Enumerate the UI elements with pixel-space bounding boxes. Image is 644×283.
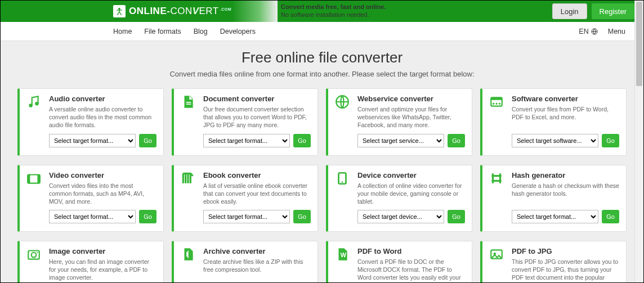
- device-converter-icon: [335, 171, 351, 224]
- svg-line-2: [117, 12, 119, 15]
- card-title: Ebook converter: [203, 171, 311, 179]
- card-description: A list of versatile online ebook convert…: [203, 182, 311, 206]
- logo-icon: [113, 5, 126, 17]
- pdf-to-jpg-icon: [489, 247, 505, 283]
- svg-point-7: [35, 102, 38, 106]
- logo-text: ONLINE-CONVERT .COM: [129, 6, 231, 17]
- document-converter-icon: [181, 95, 196, 147]
- svg-point-24: [32, 253, 37, 258]
- card-title: Hash generator: [512, 171, 619, 179]
- topbar: ONLINE-CONVERT .COM Convert media free, …: [1, 1, 643, 22]
- target-format-select[interactable]: Select target format...: [512, 210, 598, 223]
- go-button[interactable]: Go: [602, 210, 619, 223]
- go-button[interactable]: Go: [139, 210, 156, 223]
- card-description: Our free document converter selection th…: [203, 105, 311, 129]
- target-format-select[interactable]: Select target format...: [49, 210, 136, 223]
- page-subtitle: Convert media files online from one form…: [1, 70, 643, 78]
- nav-developers[interactable]: Developers: [220, 28, 256, 35]
- converter-card[interactable]: Document converterOur free document conv…: [172, 88, 318, 156]
- scrollbar-thumb[interactable]: [636, 2, 642, 86]
- go-button[interactable]: Go: [293, 134, 311, 147]
- converter-card[interactable]: Device converterA collection of online v…: [326, 165, 472, 232]
- svg-rect-9: [186, 104, 191, 105]
- target-format-select[interactable]: Select target format...: [203, 210, 290, 223]
- svg-point-25: [37, 252, 38, 253]
- audio-converter-icon: [26, 95, 42, 147]
- card-title: Image converter: [49, 247, 156, 255]
- target-format-select[interactable]: Select target format...: [203, 134, 290, 147]
- card-title: Archive converter: [203, 247, 311, 255]
- svg-point-22: [342, 181, 343, 183]
- card-title: Device converter: [357, 171, 465, 179]
- card-description: Convert and optimize your files for webs…: [357, 105, 465, 129]
- nav-home[interactable]: Home: [113, 28, 132, 35]
- svg-rect-19: [30, 176, 32, 177]
- target-format-select[interactable]: Select target software...: [512, 134, 598, 147]
- register-button[interactable]: Register: [592, 3, 634, 19]
- software-converter-icon: [489, 95, 505, 147]
- converter-card[interactable]: Archive converterCreate archive files li…: [172, 241, 318, 283]
- svg-rect-12: [491, 97, 502, 100]
- hamburger-icon: [628, 30, 634, 33]
- card-description: A collection of online video converter f…: [357, 182, 465, 206]
- card-title: Software converter: [512, 95, 619, 103]
- card-title: Webservice converter: [357, 95, 465, 103]
- archive-converter-icon: [181, 247, 196, 283]
- go-button[interactable]: Go: [448, 134, 465, 147]
- card-description: Convert your files from PDF to Word, PDF…: [512, 105, 619, 121]
- svg-point-6: [29, 104, 33, 107]
- scrollbar[interactable]: [634, 1, 643, 282]
- card-description: Convert a PDF file to DOC or the Microso…: [357, 258, 465, 283]
- card-title: Audio converter: [49, 95, 156, 103]
- card-description: A versatile online audio converter to co…: [49, 105, 156, 129]
- card-description: Here, you can find an image converter fo…: [49, 258, 156, 282]
- card-title: PDF to JPG: [512, 247, 619, 255]
- card-description: Create archive files like a ZIP with thi…: [203, 258, 311, 273]
- webservice-converter-icon: [335, 95, 351, 147]
- target-format-select[interactable]: Select target format...: [49, 134, 136, 147]
- converter-card[interactable]: WPDF to WordConvert a PDF file to DOC or…: [326, 241, 472, 283]
- ebook-converter-icon: [181, 171, 196, 224]
- converter-card[interactable]: Webservice converterConvert and optimize…: [326, 88, 472, 156]
- go-button[interactable]: Go: [602, 134, 619, 147]
- hash-generator-icon: [489, 171, 505, 224]
- svg-rect-17: [28, 174, 30, 183]
- logo[interactable]: ONLINE-CONVERT .COM: [113, 5, 231, 17]
- converter-card[interactable]: Ebook converterA list of versatile onlin…: [172, 165, 318, 232]
- go-button[interactable]: Go: [293, 210, 311, 223]
- language-switcher[interactable]: EN: [579, 28, 597, 35]
- go-button[interactable]: Go: [139, 134, 156, 147]
- nav-file-formats[interactable]: File formats: [144, 28, 181, 35]
- menu-toggle[interactable]: Menu: [608, 28, 634, 35]
- card-title: Document converter: [203, 95, 311, 103]
- target-format-select[interactable]: Select target device...: [357, 210, 444, 223]
- card-description: This PDF to JPG converter allows you to …: [512, 258, 619, 283]
- globe-icon: [591, 28, 598, 35]
- converter-card[interactable]: Software converterConvert your files fro…: [480, 88, 627, 156]
- login-button[interactable]: Login: [552, 3, 587, 19]
- svg-rect-20: [30, 179, 32, 180]
- converter-card[interactable]: Image converterHere, you can find an ima…: [17, 241, 164, 283]
- converter-grid: Audio converterA versatile online audio …: [1, 83, 643, 283]
- svg-rect-18: [38, 174, 40, 183]
- card-title: Video converter: [49, 171, 156, 179]
- card-description: Convert video files into the most common…: [49, 182, 156, 206]
- target-format-select[interactable]: Select target service...: [357, 134, 444, 147]
- card-title: PDF to Word: [357, 247, 465, 255]
- converter-card[interactable]: Hash generatorGenerate a hash or checksu…: [480, 165, 627, 232]
- nav-blog[interactable]: Blog: [194, 28, 208, 35]
- svg-text:W: W: [341, 251, 347, 258]
- tagline: Convert media free, fast and online. No …: [281, 3, 386, 19]
- converter-card[interactable]: Audio converterA versatile online audio …: [17, 88, 164, 156]
- go-button[interactable]: Go: [448, 210, 465, 223]
- svg-rect-8: [186, 102, 191, 103]
- svg-point-15: [499, 103, 500, 105]
- card-description: Generate a hash or checksum with these h…: [512, 182, 619, 197]
- svg-point-0: [118, 8, 120, 10]
- header-fade: [232, 1, 278, 22]
- converter-card[interactable]: PDF to JPGThis PDF to JPG converter allo…: [480, 241, 627, 283]
- converter-card[interactable]: Video converterConvert video files into …: [17, 165, 164, 232]
- video-converter-icon: [26, 171, 42, 224]
- image-converter-icon: [26, 247, 42, 283]
- svg-point-14: [495, 103, 497, 105]
